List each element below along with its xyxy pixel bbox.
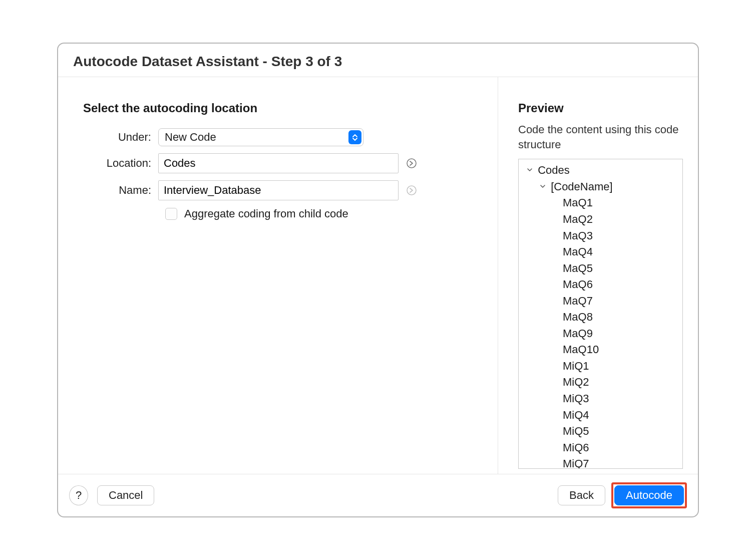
svg-point-0 [407,159,416,168]
tree-leaf-label: MaQ1 [563,196,593,209]
tree-leaf-label: MiQ3 [563,392,589,405]
tree-leaf-label: MaQ10 [563,343,599,356]
tree-leaf[interactable]: MiQ4 [523,407,678,424]
dialog-header: Autocode Dataset Assistant - Step 3 of 3 [58,44,698,77]
tree-leaf-label: MaQ3 [563,229,593,242]
code-tree[interactable]: Codes [CodeName] MaQ1MaQ2MaQ3MaQ4MaQ5MaQ… [518,159,683,469]
under-select-stepper-icon[interactable] [348,130,361,144]
tree-leaf[interactable]: MaQ2 [523,211,678,228]
row-under: Under: New Code [83,128,483,146]
autocode-button[interactable]: Autocode [614,485,684,505]
row-location: Location: [83,153,483,173]
tree-leaf-label: MaQ2 [563,213,593,225]
autocode-dialog: Autocode Dataset Assistant - Step 3 of 3… [57,43,699,517]
tree-leaf-label: MaQ8 [563,311,593,323]
tree-leaf[interactable]: MaQ4 [523,244,678,260]
tree-codename-label: [CodeName] [551,180,613,193]
tree-leaf-label: MaQ9 [563,327,593,340]
back-button[interactable]: Back [558,485,605,505]
tree-root-label: Codes [538,164,570,176]
tree-leaf-label: MiQ2 [563,376,589,388]
tree-leaf[interactable]: MaQ7 [523,293,678,310]
dialog-footer: ? Cancel Back Autocode [58,474,698,516]
dialog-title: Autocode Dataset Assistant - Step 3 of 3 [73,54,683,70]
help-button[interactable]: ? [69,485,88,505]
aggregate-label: Aggregate coding from child code [184,207,348,220]
tree-codename[interactable]: [CodeName] [523,179,678,195]
tree-leaf-label: MiQ6 [563,441,589,454]
dialog-body: Select the autocoding location Under: Ne… [58,77,698,474]
tree-leaf-label: MaQ6 [563,278,593,291]
tree-leaf[interactable]: MaQ5 [523,260,678,277]
label-name: Name: [83,184,158,197]
tree-leaf[interactable]: MaQ1 [523,195,678,211]
tree-leaf-label: MiQ7 [563,457,589,469]
aggregate-checkbox[interactable] [165,208,177,220]
svg-point-1 [407,186,416,195]
tree-leaf[interactable]: MiQ7 [523,456,678,469]
row-aggregate: Aggregate coding from child code [165,207,483,220]
tree-leaf[interactable]: MaQ9 [523,326,678,342]
chevron-down-icon[interactable] [540,182,548,192]
tree-leaf[interactable]: MaQ8 [523,309,678,326]
tree-leaf[interactable]: MiQ2 [523,374,678,391]
autocode-highlight: Autocode [611,482,687,508]
tree-leaf[interactable]: MaQ3 [523,228,678,244]
tree-leaf[interactable]: MiQ1 [523,358,678,375]
preview-heading: Preview [518,101,683,115]
tree-leaf-label: MiQ5 [563,425,589,437]
label-location: Location: [83,157,158,170]
preview-subtext: Code the content using this code structu… [518,122,683,152]
name-go-button [406,184,418,196]
name-input[interactable] [158,180,399,200]
chevron-down-icon[interactable] [527,165,535,176]
location-input[interactable] [158,153,399,173]
under-select[interactable]: New Code [158,128,363,146]
tree-leaf[interactable]: MaQ10 [523,342,678,358]
section-heading: Select the autocoding location [83,101,483,115]
tree-leaf[interactable]: MiQ5 [523,423,678,440]
under-select-value[interactable]: New Code [158,128,363,146]
preview-panel: Preview Code the content using this code… [498,77,698,474]
cancel-button[interactable]: Cancel [97,485,154,505]
tree-root[interactable]: Codes [523,162,678,179]
label-under: Under: [83,131,158,144]
tree-leaf-label: MaQ5 [563,262,593,274]
tree-leaf[interactable]: MiQ3 [523,391,678,407]
tree-leaf[interactable]: MiQ6 [523,440,678,456]
tree-leaf-label: MiQ1 [563,360,589,372]
tree-leaf[interactable]: MaQ6 [523,276,678,293]
location-go-button[interactable] [406,157,418,169]
row-name: Name: [83,180,483,200]
tree-leaf-label: MaQ4 [563,245,593,258]
tree-leaf-label: MaQ7 [563,295,593,307]
form-panel: Select the autocoding location Under: Ne… [58,77,498,474]
tree-leaf-label: MiQ4 [563,409,589,421]
